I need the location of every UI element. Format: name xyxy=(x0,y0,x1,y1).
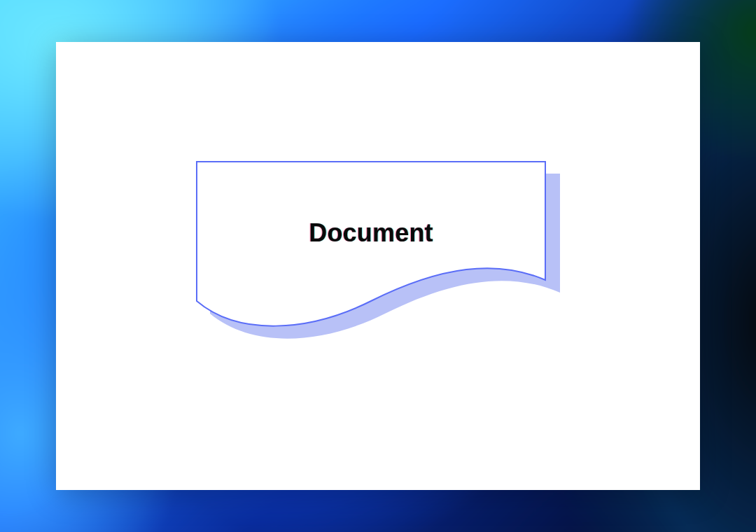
document-shape-label: Document xyxy=(196,218,546,248)
document-shape-outline xyxy=(196,161,546,343)
document-shape[interactable]: Document xyxy=(196,161,560,357)
canvas-page: Document xyxy=(56,42,700,490)
